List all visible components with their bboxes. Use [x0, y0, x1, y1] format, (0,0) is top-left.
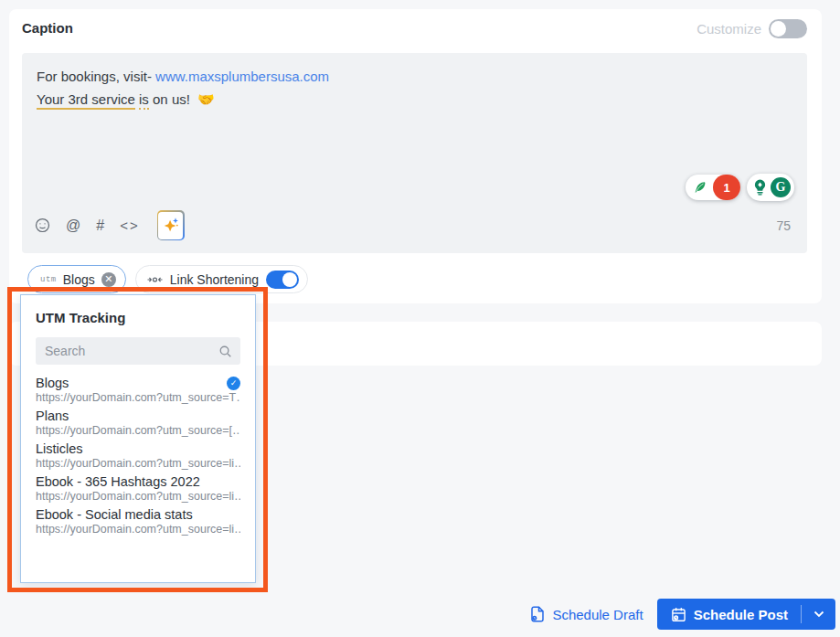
utm-item-name: Plans [36, 409, 69, 423]
alert-count-badge: 1 [713, 175, 740, 200]
utm-chip-label: Blogs [63, 272, 95, 287]
utm-list-item[interactable]: Blogs ✓ https://yourDomain.com?utm_sourc… [36, 376, 240, 404]
caption-card: Caption Customize For bookings, visit- w… [9, 9, 822, 303]
utm-item-name: Listicles [36, 441, 83, 456]
utm-list-item[interactable]: Ebook - 365 Hashtags 2022 https://yourDo… [36, 474, 240, 503]
utm-item-url: https://yourDomain.com?utm_source=[… [36, 424, 240, 437]
feather-icon [694, 181, 707, 194]
grammarly-badges: 1 G [686, 174, 794, 201]
handshake-emoji: 🤝 [197, 91, 215, 107]
chevron-down-icon [813, 610, 824, 618]
spellcheck-dotted-text[interactable]: is [139, 91, 149, 110]
calendar-clock-icon [671, 607, 686, 622]
schedule-post-dropdown[interactable] [802, 599, 835, 630]
schedule-post-button[interactable]: Schedule Post [657, 599, 835, 630]
utm-item-url: https://yourDomain.com?utm_source=T… [36, 391, 240, 404]
utm-tag-icon: utm [40, 275, 57, 284]
caption-line2-rest: on us! [153, 91, 190, 107]
footer-actions: Schedule Draft Schedule Post [530, 599, 835, 630]
selected-check-icon: ✓ [227, 377, 240, 390]
ai-assistant-button[interactable] [157, 210, 185, 240]
link-shorten-icon [147, 273, 163, 286]
link-shortening-label: Link Shortening [170, 272, 259, 287]
remove-utm-icon[interactable]: ✕ [101, 272, 116, 287]
hashtag-icon[interactable]: # [96, 218, 104, 234]
grammarly-suggestion-badge[interactable]: G [747, 174, 794, 201]
schedule-draft-button[interactable]: Schedule Draft [530, 606, 643, 622]
utm-list-item[interactable]: Listicles https://yourDomain.com?utm_sou… [36, 441, 240, 470]
caption-title: Caption [22, 20, 73, 36]
utm-list-item[interactable]: Plans https://yourDomain.com?utm_source=… [36, 409, 240, 437]
caption-editor[interactable]: For bookings, visit- www.maxsplumbersusa… [22, 53, 807, 253]
utm-list-item[interactable]: Ebook - Social media stats https://yourD… [36, 507, 240, 536]
mention-icon[interactable]: @ [66, 218, 80, 234]
utm-item-name: Blogs [36, 376, 69, 390]
customize-label: Customize [696, 21, 761, 37]
caption-link[interactable]: www.maxsplumbersusa.com [155, 69, 329, 84]
utm-dropdown-title: UTM Tracking [36, 310, 240, 325]
schedule-post-label: Schedule Post [694, 607, 788, 622]
character-count: 75 [776, 218, 791, 233]
spellcheck-underlined-text[interactable]: Your 3rd service [37, 91, 135, 110]
caption-text[interactable]: For bookings, visit- www.maxsplumbersusa… [22, 53, 807, 122]
link-shortening-chip[interactable]: Link Shortening [135, 265, 308, 293]
grammarly-logo-icon: G [771, 177, 791, 197]
utm-search-input[interactable] [36, 344, 218, 358]
utm-dropdown-panel: UTM Tracking Blogs ✓ https://yourDomain.… [20, 294, 256, 583]
search-icon [218, 345, 232, 358]
link-shortening-toggle[interactable] [266, 271, 299, 289]
utm-blogs-chip[interactable]: utm Blogs ✕ [27, 265, 126, 293]
draft-document-icon [530, 606, 545, 622]
utm-item-url: https://yourDomain.com?utm_source=li… [36, 457, 240, 470]
utm-list: Blogs ✓ https://yourDomain.com?utm_sourc… [36, 376, 240, 536]
grammarly-alert-badge[interactable]: 1 [686, 175, 740, 200]
utm-item-name: Ebook - Social media stats [36, 507, 193, 522]
customize-control[interactable]: Customize [696, 19, 807, 38]
schedule-draft-label: Schedule Draft [552, 607, 643, 622]
chips-row: utm Blogs ✕ Link Shortening [27, 265, 308, 293]
caption-line1: For bookings, visit- [37, 69, 155, 84]
post-composer-page: Caption Customize For bookings, visit- w… [0, 0, 840, 637]
editor-toolbar: @ # <> [35, 210, 185, 240]
utm-item-url: https://yourDomain.com?utm_source=li… [36, 523, 240, 536]
emoji-picker-icon[interactable] [35, 218, 50, 233]
utm-search-box[interactable] [36, 337, 240, 365]
schedule-post-main[interactable]: Schedule Post [657, 607, 801, 622]
customize-toggle[interactable] [769, 19, 807, 38]
lightbulb-icon [753, 178, 767, 196]
utm-item-url: https://yourDomain.com?utm_source=li… [36, 490, 240, 503]
utm-item-name: Ebook - 365 Hashtags 2022 [36, 474, 200, 489]
sparkle-icon [162, 216, 180, 236]
code-snippet-icon[interactable]: <> [120, 218, 140, 233]
